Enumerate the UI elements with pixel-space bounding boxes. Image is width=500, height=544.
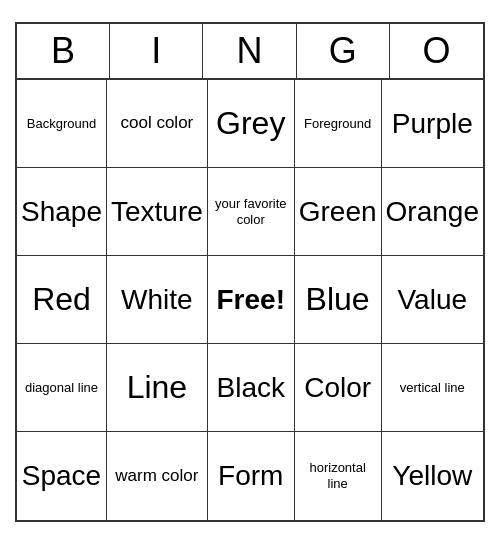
bingo-cell-8: Green	[295, 168, 382, 256]
bingo-cell-12: Free!	[208, 256, 295, 344]
bingo-cell-4: Purple	[382, 80, 483, 168]
bingo-cell-3: Foreground	[295, 80, 382, 168]
cell-text-24: Yellow	[392, 459, 472, 493]
bingo-cell-14: Value	[382, 256, 483, 344]
bingo-cell-21: warm color	[107, 432, 208, 520]
cell-text-10: Red	[32, 280, 91, 318]
cell-text-18: Color	[304, 371, 371, 405]
bingo-cell-17: Black	[208, 344, 295, 432]
bingo-cell-19: vertical line	[382, 344, 483, 432]
bingo-cell-5: Shape	[17, 168, 107, 256]
cell-text-19: vertical line	[400, 380, 465, 396]
cell-text-23: horizontal line	[299, 460, 377, 491]
bingo-cell-7: your favorite color	[208, 168, 295, 256]
bingo-cell-10: Red	[17, 256, 107, 344]
cell-text-8: Green	[299, 195, 377, 229]
cell-text-12: Free!	[217, 283, 285, 317]
bingo-cell-24: Yellow	[382, 432, 483, 520]
cell-text-14: Value	[398, 283, 468, 317]
cell-text-22: Form	[218, 459, 283, 493]
cell-text-15: diagonal line	[25, 380, 98, 396]
bingo-letter-n: N	[203, 24, 296, 78]
cell-text-6: Texture	[111, 195, 203, 229]
cell-text-0: Background	[27, 116, 96, 132]
bingo-letter-i: I	[110, 24, 203, 78]
bingo-letter-o: O	[390, 24, 483, 78]
cell-text-9: Orange	[386, 195, 479, 229]
cell-text-16: Line	[127, 368, 188, 406]
cell-text-3: Foreground	[304, 116, 371, 132]
bingo-cell-15: diagonal line	[17, 344, 107, 432]
bingo-cell-20: Space	[17, 432, 107, 520]
cell-text-4: Purple	[392, 107, 473, 141]
cell-text-17: Black	[217, 371, 285, 405]
cell-text-5: Shape	[21, 195, 102, 229]
cell-text-11: White	[121, 283, 193, 317]
cell-text-7: your favorite color	[212, 196, 290, 227]
bingo-cell-18: Color	[295, 344, 382, 432]
cell-text-13: Blue	[306, 280, 370, 318]
bingo-cell-11: White	[107, 256, 208, 344]
bingo-cell-23: horizontal line	[295, 432, 382, 520]
bingo-cell-2: Grey	[208, 80, 295, 168]
bingo-cell-16: Line	[107, 344, 208, 432]
bingo-cell-6: Texture	[107, 168, 208, 256]
cell-text-2: Grey	[216, 104, 285, 142]
bingo-card: BINGO Backgroundcool colorGreyForeground…	[15, 22, 485, 522]
bingo-cell-9: Orange	[382, 168, 483, 256]
bingo-cell-0: Background	[17, 80, 107, 168]
bingo-cell-13: Blue	[295, 256, 382, 344]
cell-text-1: cool color	[121, 113, 194, 133]
bingo-letter-b: B	[17, 24, 110, 78]
bingo-grid: Backgroundcool colorGreyForegroundPurple…	[17, 80, 483, 520]
bingo-cell-22: Form	[208, 432, 295, 520]
cell-text-21: warm color	[115, 466, 198, 486]
cell-text-20: Space	[22, 459, 101, 493]
bingo-cell-1: cool color	[107, 80, 208, 168]
bingo-header: BINGO	[17, 24, 483, 80]
bingo-letter-g: G	[297, 24, 390, 78]
